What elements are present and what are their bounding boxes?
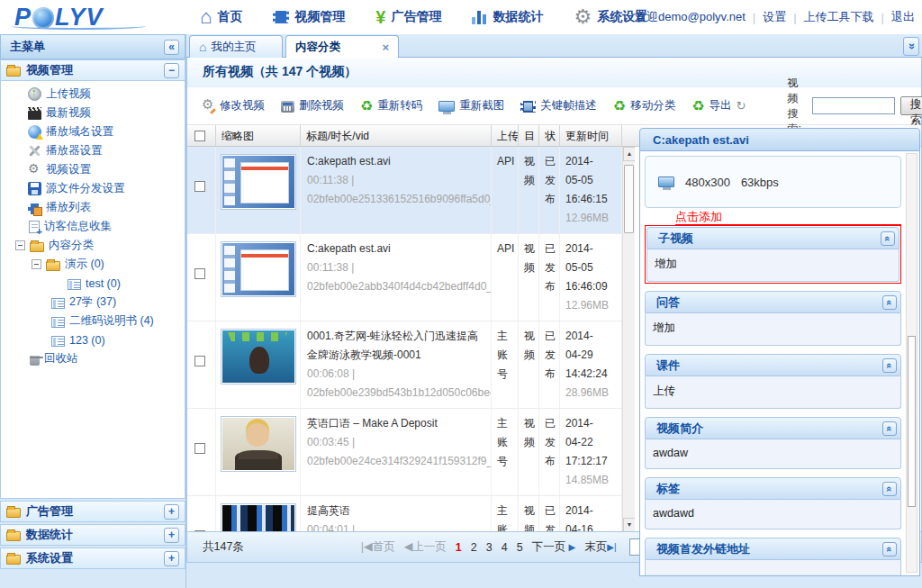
sidebar-item-latest-video[interactable]: 最新视频 [1,104,185,122]
video-search-input[interactable] [812,97,895,114]
page-number[interactable]: 3 [486,541,493,554]
page-number[interactable]: 5 [517,541,523,554]
accordion-data-statistics[interactable]: 数据统计 + [0,524,185,546]
collapse-up-icon[interactable]: « [882,421,897,436]
next-page-button[interactable]: 下一页 ▶ [532,539,576,555]
upload-tool-download-link[interactable]: 上传工具下载 [804,9,874,25]
edit-video-button[interactable]: 修改视频 [202,98,265,113]
nav-item-home[interactable]: ⌂ 首页 [200,8,242,26]
table-row[interactable]: 英语口语 – Make A Deposit 00:03:45 | 02bfeb0… [187,409,635,496]
add-qa-link[interactable]: 增加 [653,321,675,334]
minus-icon[interactable]: − [164,63,179,78]
video-thumbnail[interactable] [221,329,296,384]
page-number-current[interactable]: 1 [456,541,462,554]
section-header[interactable]: 课件 « [645,354,901,376]
tree-collapse-icon[interactable] [15,240,25,250]
select-all-checkbox[interactable] [194,131,205,141]
sidebar-item-recycle-bin[interactable]: 回收站 [1,349,185,368]
accordion-ad-management[interactable]: 广告管理 + [0,501,185,522]
nav-label: 首页 [217,9,242,25]
folder-icon [6,555,21,565]
video-title[interactable]: 英语口语 – Make A Deposit [307,414,487,433]
sidebar-item-source-distribution[interactable]: 源文件分发设置 [1,179,185,198]
table-row[interactable]: C:akepath est.avi 00:11:38 | 02bfeb00e25… [187,147,635,234]
sidebar-tree-123[interactable]: 123 (0) [1,330,185,349]
scrollbar-thumb[interactable] [908,336,916,507]
re-screenshot-button[interactable]: 重新截图 [438,98,504,113]
video-thumbnail[interactable] [221,416,296,472]
collapse-up-icon[interactable]: « [882,542,897,556]
tree-collapse-icon[interactable] [32,259,41,269]
nav-item-data-statistics[interactable]: 数据统计 [472,9,543,25]
panel-scrollbar[interactable] [906,153,917,573]
film-icon [273,11,289,23]
add-sub-video-link[interactable]: 增加 [655,258,677,270]
export-button[interactable]: ♻ 导出 ↻ [692,98,746,113]
nav-item-ad-management[interactable]: ¥ 广告管理 [375,8,441,26]
collapse-left-icon[interactable]: « [164,40,179,55]
table-row[interactable]: 0001.奇艺网-蛙泳轻松入门迅速提高 金牌游泳教学视频-0001 00:06:… [187,321,635,409]
sidebar-item-video-settings[interactable]: 视频设置 [1,160,185,179]
list-icon [51,317,65,328]
plus-icon[interactable]: + [164,504,179,520]
sidebar-tree-qrcode-manual[interactable]: 二维码说明书 (4) [1,312,185,330]
sidebar-item-domain-settings[interactable]: 播放域名设置 [1,122,185,141]
tab-content-category[interactable]: 内容分类 × [285,35,399,58]
sidebar-tree-test[interactable]: test (0) [1,274,185,293]
video-detail-panel: C:akepath est.avi 480x300 63kbps 点击添加 子视… [639,128,920,576]
video-title[interactable]: 提高英语 [307,502,487,520]
sidebar-item-visitor-info[interactable]: 访客信息收集 [1,217,185,236]
scrollbar-thumb[interactable] [624,165,634,233]
collapse-up-icon[interactable]: « [882,358,897,373]
row-checkbox[interactable] [194,268,205,279]
sidebar-item-upload-video[interactable]: 上传视频 [1,85,185,104]
plus-icon[interactable]: + [164,528,179,543]
tab-my-homepage[interactable]: ⌂ 我的主页 [189,35,283,58]
section-header[interactable]: 视频简介 « [645,417,901,439]
collapse-up-icon[interactable]: « [882,482,897,496]
collapse-up-icon[interactable]: « [882,295,897,310]
sidebar-item-player-settings[interactable]: 播放器设置 [1,141,185,160]
sidebar-tree-demo[interactable]: 演示 (0) [1,255,185,274]
close-icon[interactable]: × [382,41,389,54]
re-transcode-button[interactable]: ♻ 重新转码 [360,98,422,113]
last-page-button[interactable]: 末页▶| [584,539,616,555]
keyframe-description-button[interactable]: 关键帧描述 [520,98,597,113]
scroll-down-icon[interactable]: ▼ [623,518,635,532]
delete-video-button[interactable]: 删除视频 [281,98,344,113]
cell-status: 已发布 [539,409,560,495]
logout-link[interactable]: 退出 [891,9,915,25]
table-row[interactable]: 提高英语 00:04:01 | 主账号 视频 已发布 2014- 04-16 [187,496,635,532]
row-checkbox[interactable] [194,356,205,366]
row-checkbox[interactable] [194,181,205,192]
collapse-up-icon[interactable]: « [881,231,895,246]
video-title[interactable]: C:akepath est.avi [307,152,487,171]
plus-icon[interactable]: + [164,551,179,566]
move-category-button[interactable]: ♻ 移动分类 [613,98,675,113]
upload-courseware-link[interactable]: 上传 [653,384,675,397]
sidebar-item-playlist[interactable]: 播放列表 [1,198,185,217]
page-number[interactable]: 2 [471,541,477,554]
video-title[interactable]: 0001.奇艺网-蛙泳轻松入门迅速提高 金牌游泳教学视频-0001 [307,327,487,365]
sidebar-tree-content-category[interactable]: 内容分类 [1,236,185,255]
table-row[interactable]: C:akepath est.avi 00:11:38 | 02bfeb00e2a… [187,234,635,321]
accordion-system-settings[interactable]: 系统设置 + [0,547,185,569]
tab-overflow-button[interactable]: « [903,37,919,56]
scroll-up-icon[interactable]: ▲ [623,147,635,161]
settings-link[interactable]: 设置 [763,9,786,25]
video-thumbnail[interactable] [221,241,296,297]
section-header[interactable]: 子视频 « [646,227,899,249]
nav-item-video-management[interactable]: 视频管理 [273,9,345,25]
row-checkbox[interactable] [194,443,205,454]
accordion-video-management[interactable]: 视频管理 − [0,59,185,81]
section-header[interactable]: 标签 « [645,477,901,500]
page-number[interactable]: 4 [502,541,508,554]
table-scrollbar[interactable]: ▲ ▼ [622,147,635,532]
section-header[interactable]: 视频首发外链地址 « [645,538,901,560]
section-header[interactable]: 问答 « [645,291,901,313]
video-title[interactable]: C:akepath est.avi [307,240,487,258]
search-button[interactable]: 搜索 [900,96,922,115]
video-thumbnail[interactable] [221,503,296,532]
video-thumbnail[interactable] [221,154,296,210]
sidebar-tree-27xue[interactable]: 27学 (37) [1,293,185,312]
